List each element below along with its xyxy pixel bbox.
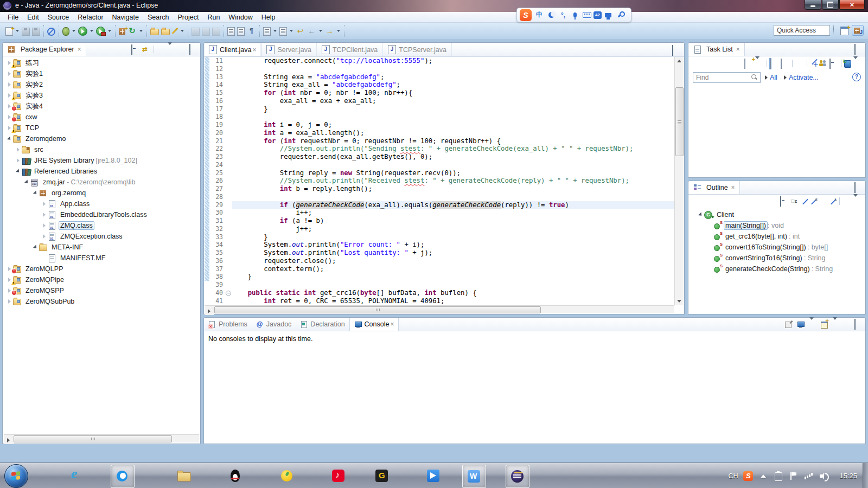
outline-item-main(String[])[interactable]: Smain(String[]) : void — [690, 220, 864, 231]
code-line-36[interactable]: 36 requester.close(); — [205, 257, 674, 265]
tab-package-explorer[interactable]: Package Explorer × — [3, 43, 86, 56]
console-tab-Declaration[interactable]: Declaration — [296, 318, 349, 331]
new-task-menu-button[interactable] — [755, 56, 760, 68]
fold-column[interactable] — [225, 169, 232, 177]
code-line-25[interactable]: 25 String reply = new String(requester.r… — [205, 169, 674, 177]
display-console-button[interactable] — [797, 320, 805, 328]
console-tab-Javadoc[interactable]: Javadoc — [252, 318, 296, 331]
fold-column[interactable] — [225, 225, 232, 233]
code-line-15[interactable]: 15 for (int nbr = 0; nbr != 100; nbr++){ — [205, 89, 674, 97]
editor-vscrollbar[interactable] — [674, 57, 684, 305]
fold-column[interactable] — [225, 97, 232, 105]
categorized-view-button[interactable] — [770, 59, 771, 69]
tree-item-ZeroMQSPP[interactable]: ZeroMQSPP — [4, 285, 199, 296]
new-class-button[interactable] — [237, 27, 245, 36]
forward-button[interactable] — [325, 27, 334, 36]
close-window-button[interactable]: × — [839, 0, 865, 10]
skip-breakpoints-button[interactable] — [47, 28, 55, 36]
code-editor[interactable]: 11 requester.connect("tcp://localhost:55… — [205, 57, 674, 305]
fold-column[interactable] — [225, 113, 232, 121]
mark-occurrences-button[interactable] — [263, 27, 271, 36]
collapse-fold-icon[interactable] — [226, 291, 231, 296]
twistie[interactable] — [6, 82, 12, 87]
open-type-button[interactable] — [227, 27, 235, 36]
java-perspective-button[interactable]: J — [852, 25, 864, 36]
ime-skin-icon[interactable] — [603, 10, 614, 21]
outline-item-convert16ToString(String[])[interactable]: Sconvert16ToString(String[]) : byte[] — [690, 242, 864, 253]
editor-tab-Server.java[interactable]: Server.java — [261, 43, 317, 56]
synchronize-button[interactable] — [844, 60, 851, 68]
new-java-project-button[interactable] — [119, 28, 125, 35]
search-button[interactable] — [192, 28, 200, 36]
code-line-21[interactable]: 21 for (int requestNbr = 0; requestNbr !… — [205, 137, 674, 145]
fold-column[interactable] — [225, 153, 232, 161]
show-hidden-icons-button[interactable] — [758, 471, 768, 481]
fold-column[interactable] — [225, 145, 232, 153]
dropdown-arrow-icon[interactable] — [290, 30, 293, 32]
outline-item-generateCheckCode(String)[interactable]: SgenerateCheckCode(String) : String — [690, 264, 864, 274]
outline-item-Client[interactable]: Client — [690, 209, 864, 220]
ime-sogou-logo-icon[interactable]: S — [520, 9, 532, 21]
code-line-29[interactable]: 29 if (generateCheckCode(exa_all).equals… — [205, 201, 674, 209]
twistie[interactable] — [6, 137, 12, 141]
tree-item-Referenced Libraries[interactable]: Referenced Libraries — [4, 166, 199, 177]
flag-icon[interactable] — [789, 471, 799, 481]
clock[interactable]: 15:25 — [839, 472, 857, 480]
dropdown-arrow-icon[interactable] — [337, 30, 340, 32]
debug-button[interactable] — [62, 27, 69, 36]
fold-column[interactable] — [225, 177, 232, 185]
twistie[interactable] — [23, 180, 30, 184]
code-line-20[interactable]: 20 int a = exa_all.length(); — [205, 129, 674, 137]
taskbar-app-g[interactable] — [371, 465, 393, 487]
fold-column[interactable] — [225, 81, 232, 89]
sort-button[interactable] — [791, 197, 800, 206]
fold-column[interactable] — [225, 57, 232, 65]
code-line-40[interactable]: 40 public static int get_crc16(byte[] bu… — [205, 289, 674, 297]
open-task-button[interactable] — [150, 29, 159, 35]
menu-search[interactable]: Search — [143, 12, 174, 22]
external-tools-button[interactable] — [96, 27, 105, 36]
expand-arrow-icon[interactable] — [784, 75, 787, 80]
view-menu-button[interactable] — [168, 42, 172, 54]
taskbar-app-blue[interactable] — [422, 465, 445, 487]
fold-column[interactable] — [225, 193, 232, 201]
hide-static-members-button[interactable] — [810, 198, 817, 205]
open-console-menu-button[interactable] — [833, 317, 837, 329]
new-wizard-button[interactable] — [5, 27, 13, 36]
editor-tab-TCPClient.java[interactable]: TCPClient.java — [317, 43, 383, 56]
hide-completed-button[interactable] — [810, 61, 816, 67]
console-tab-Console[interactable]: Console× — [349, 318, 399, 331]
menu-project[interactable]: Project — [174, 12, 203, 22]
fold-column[interactable] — [225, 137, 232, 145]
tree-item-zmq.jar[interactable]: zmq.jar - C:\zeromq\zeromq\lib — [4, 177, 199, 188]
activate-link[interactable]: Activate... — [789, 74, 819, 81]
scheduled-view-button[interactable] — [781, 59, 782, 69]
ime-wrench-icon[interactable] — [615, 10, 626, 21]
dropdown-arrow-icon[interactable] — [108, 30, 111, 32]
dropdown-arrow-icon[interactable] — [273, 30, 277, 32]
fold-column[interactable] — [225, 121, 232, 129]
code-line-27[interactable]: 27 int b = reply.length(); — [205, 185, 674, 193]
help-icon[interactable]: ? — [852, 73, 861, 81]
fold-column[interactable] — [225, 89, 232, 97]
maximize-editor-button[interactable] — [672, 45, 673, 56]
code-line-17[interactable]: 17 } — [205, 105, 674, 113]
next-annotation-button[interactable] — [279, 27, 287, 36]
editor-tab-Client.java[interactable]: Client.java× — [204, 43, 261, 56]
group-by-owner-button[interactable] — [819, 59, 827, 68]
ime-chinese-mode-icon[interactable]: 中 — [534, 10, 545, 21]
tree-item-实验1[interactable]: 实验1 — [4, 68, 199, 79]
code-line-22[interactable]: 22 //System.out.println("Sending stest: … — [205, 145, 674, 153]
menu-run[interactable]: Run — [203, 12, 224, 22]
run-button[interactable] — [78, 27, 87, 36]
tree-item-JRE System Library[interactable]: JRE System Library [jre1.8.0_102] — [4, 155, 199, 166]
code-line-30[interactable]: 30 i++; — [205, 209, 674, 217]
network-icon[interactable] — [804, 471, 814, 481]
code-line-18[interactable]: 18 — [205, 113, 674, 121]
twistie[interactable] — [32, 245, 39, 249]
tree-item-ZeroMQLPP[interactable]: ZeroMQLPP — [4, 264, 199, 274]
tree-item-src[interactable]: src — [4, 144, 199, 155]
code-line-38[interactable]: 38 } — [205, 273, 674, 281]
ime-punctuation-icon[interactable]: °, — [558, 10, 569, 21]
code-line-34[interactable]: 34 System.out.println("Error count: " + … — [205, 241, 674, 249]
